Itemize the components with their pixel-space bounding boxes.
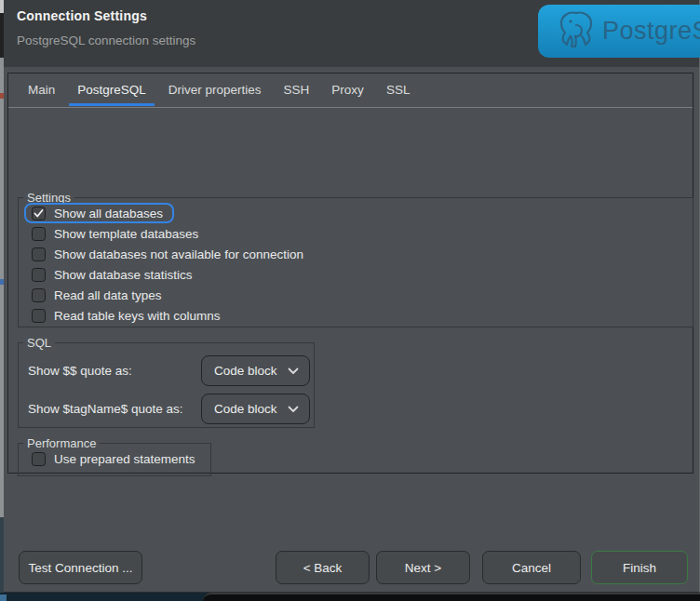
tab-bar: Main PostgreSQL Driver properties SSH Pr… [8, 73, 693, 108]
dropdown-value: Code block [214, 364, 277, 378]
checkbox-box[interactable] [32, 207, 46, 220]
group-settings: Settings Show all databases Show templat… [18, 197, 693, 327]
checkbox-show-database-statistics[interactable]: Show database statistics [24, 264, 204, 285]
settings-checkbox-list: Show all databases Show template databas… [24, 203, 687, 326]
group-performance: Performance Use prepared statements [18, 443, 211, 476]
finish-button[interactable]: Finish [591, 551, 688, 584]
background-window-bottom-window [203, 593, 700, 601]
checkbox-label: Use prepared statements [54, 452, 195, 466]
postgresql-elephant-icon [557, 9, 596, 54]
cancel-button[interactable]: Cancel [482, 551, 581, 584]
background-fragment [0, 594, 7, 601]
postgresql-logo-text: PostgreSQL [602, 17, 700, 46]
sql-tagname-quote-row: Show $tagName$ quote as: Code block [28, 394, 310, 424]
checkbox-read-all-data-types[interactable]: Read all data types [24, 285, 173, 305]
checkbox-read-table-keys-with-columns[interactable]: Read table keys with columns [24, 305, 232, 326]
tab-main[interactable]: Main [19, 74, 64, 106]
dollar-quote-label: Show $$ quote as: [28, 364, 132, 378]
tab-proxy[interactable]: Proxy [322, 74, 373, 106]
checkbox-label: Read table keys with columns [54, 309, 221, 323]
chevron-down-icon [288, 367, 299, 375]
tagname-quote-label: Show $tagName$ quote as: [28, 402, 183, 416]
tab-driver-properties[interactable]: Driver properties [159, 74, 271, 106]
tab-ssh[interactable]: SSH [275, 74, 319, 106]
group-sql: SQL Show $$ quote as: Code block Show $t… [18, 342, 315, 428]
check-icon [34, 208, 44, 219]
next-button[interactable]: Next > [376, 551, 470, 584]
checkbox-box[interactable] [32, 268, 46, 282]
tagname-quote-dropdown[interactable]: Code block [201, 394, 310, 424]
settings-tab-panel: Main PostgreSQL Driver properties SSH Pr… [7, 73, 693, 474]
tab-ssl[interactable]: SSL [377, 74, 420, 106]
group-sql-label: SQL [23, 335, 55, 351]
checkbox-label: Read all data types [54, 288, 162, 302]
dialog-title: Connection Settings [17, 8, 147, 23]
postgresql-logo: PostgreSQL [538, 5, 700, 58]
checkbox-show-databases-not-available[interactable]: Show databases not available for connect… [24, 244, 315, 264]
dialog-subtitle: PostgreSQL connection settings [17, 33, 195, 47]
checkbox-box[interactable] [32, 247, 46, 261]
checkbox-box[interactable] [32, 227, 46, 241]
checkbox-box[interactable] [32, 309, 46, 323]
connection-settings-dialog: Connection Settings PostgreSQL connectio… [4, 0, 700, 593]
dollar-quote-dropdown[interactable]: Code block [201, 355, 310, 386]
tab-postgresql[interactable]: PostgreSQL [68, 74, 155, 106]
back-button[interactable]: < Back [276, 551, 370, 584]
checkbox-use-prepared-statements[interactable]: Use prepared statements [24, 448, 207, 469]
checkbox-label: Show database statistics [54, 268, 193, 282]
dialog-header: Connection Settings PostgreSQL connectio… [4, 0, 699, 67]
screen: Connection Settings PostgreSQL connectio… [0, 0, 700, 601]
checkbox-show-template-databases[interactable]: Show template databases [24, 223, 209, 244]
checkbox-label: Show databases not available for connect… [54, 247, 303, 261]
test-connection-button[interactable]: Test Connection ... [19, 551, 142, 584]
chevron-down-icon [288, 406, 299, 413]
checkbox-label: Show all databases [54, 207, 163, 220]
dropdown-value: Code block [214, 402, 277, 416]
checkbox-label: Show template databases [54, 227, 198, 241]
checkbox-show-all-databases[interactable]: Show all databases [24, 203, 174, 223]
sql-quote-row: Show $$ quote as: Code block [28, 355, 310, 386]
checkbox-box[interactable] [32, 288, 46, 302]
checkbox-box[interactable] [32, 452, 46, 466]
